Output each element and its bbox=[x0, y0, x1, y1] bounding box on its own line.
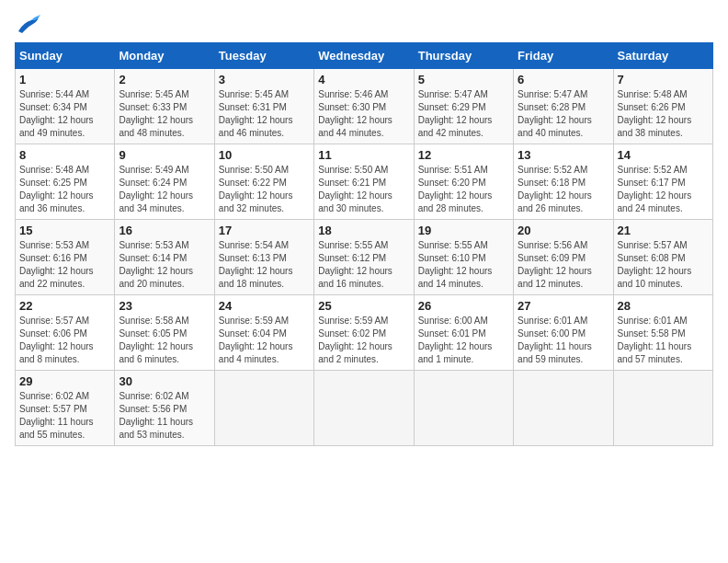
day-cell: 21Sunrise: 5:57 AMSunset: 6:08 PMDayligh… bbox=[613, 220, 712, 295]
day-number: 25 bbox=[318, 299, 409, 313]
day-number: 24 bbox=[219, 299, 310, 313]
day-number: 1 bbox=[19, 73, 110, 86]
day-info: Sunrise: 6:01 AMSunset: 5:58 PMDaylight:… bbox=[618, 316, 692, 364]
day-cell: 15Sunrise: 5:53 AMSunset: 6:16 PMDayligh… bbox=[16, 220, 115, 295]
day-info: Sunrise: 5:44 AMSunset: 6:34 PMDaylight:… bbox=[19, 89, 94, 138]
day-cell: 30Sunrise: 6:02 AMSunset: 5:56 PMDayligh… bbox=[115, 371, 214, 446]
header-cell-sunday: Sunday bbox=[16, 43, 115, 69]
day-info: Sunrise: 5:59 AMSunset: 6:02 PMDaylight:… bbox=[318, 316, 392, 364]
day-info: Sunrise: 5:51 AMSunset: 6:20 PMDaylight:… bbox=[418, 165, 493, 213]
week-row-3: 15Sunrise: 5:53 AMSunset: 6:16 PMDayligh… bbox=[16, 220, 713, 295]
calendar-body: 1Sunrise: 5:44 AMSunset: 6:34 PMDaylight… bbox=[16, 69, 713, 446]
day-info: Sunrise: 5:53 AMSunset: 6:14 PMDaylight:… bbox=[119, 240, 193, 289]
day-info: Sunrise: 5:48 AMSunset: 6:25 PMDaylight:… bbox=[19, 165, 94, 213]
day-number: 19 bbox=[418, 224, 509, 237]
day-info: Sunrise: 5:57 AMSunset: 6:08 PMDaylight:… bbox=[618, 240, 692, 289]
header-row: SundayMondayTuesdayWednesdayThursdayFrid… bbox=[16, 43, 713, 69]
header-cell-thursday: Thursday bbox=[414, 43, 513, 69]
day-cell: 26Sunrise: 6:00 AMSunset: 6:01 PMDayligh… bbox=[414, 295, 513, 371]
day-info: Sunrise: 5:47 AMSunset: 6:28 PMDaylight:… bbox=[518, 89, 592, 138]
header-cell-friday: Friday bbox=[514, 43, 613, 69]
day-info: Sunrise: 5:47 AMSunset: 6:29 PMDaylight:… bbox=[418, 89, 493, 138]
day-info: Sunrise: 5:45 AMSunset: 6:33 PMDaylight:… bbox=[119, 89, 193, 138]
day-cell: 9Sunrise: 5:49 AMSunset: 6:24 PMDaylight… bbox=[115, 144, 214, 220]
page-header bbox=[15, 15, 713, 35]
day-cell bbox=[314, 371, 414, 446]
day-cell: 13Sunrise: 5:52 AMSunset: 6:18 PMDayligh… bbox=[514, 144, 613, 220]
day-cell: 24Sunrise: 5:59 AMSunset: 6:04 PMDayligh… bbox=[214, 295, 313, 371]
day-info: Sunrise: 5:45 AMSunset: 6:31 PMDaylight:… bbox=[219, 89, 293, 138]
day-info: Sunrise: 5:52 AMSunset: 6:18 PMDaylight:… bbox=[518, 165, 592, 213]
day-info: Sunrise: 5:50 AMSunset: 6:21 PMDaylight:… bbox=[318, 165, 392, 213]
day-number: 16 bbox=[119, 224, 210, 237]
day-cell: 19Sunrise: 5:55 AMSunset: 6:10 PMDayligh… bbox=[414, 220, 513, 295]
day-number: 14 bbox=[618, 148, 709, 162]
day-number: 9 bbox=[119, 148, 210, 162]
day-cell: 12Sunrise: 5:51 AMSunset: 6:20 PMDayligh… bbox=[414, 144, 513, 220]
day-cell: 17Sunrise: 5:54 AMSunset: 6:13 PMDayligh… bbox=[214, 220, 313, 295]
day-info: Sunrise: 5:56 AMSunset: 6:09 PMDaylight:… bbox=[518, 240, 592, 289]
day-info: Sunrise: 6:02 AMSunset: 5:57 PMDaylight:… bbox=[19, 391, 94, 440]
day-cell bbox=[414, 371, 513, 446]
day-info: Sunrise: 5:46 AMSunset: 6:30 PMDaylight:… bbox=[318, 89, 392, 138]
header-cell-saturday: Saturday bbox=[613, 43, 712, 69]
day-cell: 22Sunrise: 5:57 AMSunset: 6:06 PMDayligh… bbox=[16, 295, 115, 371]
day-info: Sunrise: 5:58 AMSunset: 6:05 PMDaylight:… bbox=[119, 316, 193, 364]
day-cell: 29Sunrise: 6:02 AMSunset: 5:57 PMDayligh… bbox=[16, 371, 115, 446]
header-cell-wednesday: Wednesday bbox=[314, 43, 414, 69]
day-number: 13 bbox=[518, 148, 609, 162]
day-cell: 1Sunrise: 5:44 AMSunset: 6:34 PMDaylight… bbox=[16, 69, 115, 144]
day-number: 8 bbox=[19, 148, 110, 162]
day-info: Sunrise: 5:55 AMSunset: 6:10 PMDaylight:… bbox=[418, 240, 493, 289]
day-cell: 20Sunrise: 5:56 AMSunset: 6:09 PMDayligh… bbox=[514, 220, 613, 295]
day-cell: 7Sunrise: 5:48 AMSunset: 6:26 PMDaylight… bbox=[613, 69, 712, 144]
day-cell: 5Sunrise: 5:47 AMSunset: 6:29 PMDaylight… bbox=[414, 69, 513, 144]
week-row-5: 29Sunrise: 6:02 AMSunset: 5:57 PMDayligh… bbox=[16, 371, 713, 446]
day-info: Sunrise: 5:50 AMSunset: 6:22 PMDaylight:… bbox=[219, 165, 293, 213]
day-number: 23 bbox=[119, 299, 210, 313]
day-cell bbox=[514, 371, 613, 446]
day-number: 22 bbox=[19, 299, 110, 313]
day-info: Sunrise: 5:52 AMSunset: 6:17 PMDaylight:… bbox=[618, 165, 692, 213]
day-number: 4 bbox=[318, 73, 409, 86]
day-cell: 14Sunrise: 5:52 AMSunset: 6:17 PMDayligh… bbox=[613, 144, 712, 220]
day-number: 10 bbox=[219, 148, 310, 162]
day-number: 5 bbox=[418, 73, 509, 86]
day-number: 20 bbox=[518, 224, 609, 237]
day-info: Sunrise: 6:01 AMSunset: 6:00 PMDaylight:… bbox=[518, 316, 592, 364]
day-number: 26 bbox=[418, 299, 509, 313]
day-number: 21 bbox=[618, 224, 709, 237]
day-info: Sunrise: 5:53 AMSunset: 6:16 PMDaylight:… bbox=[19, 240, 94, 289]
day-info: Sunrise: 5:59 AMSunset: 6:04 PMDaylight:… bbox=[219, 316, 293, 364]
day-cell: 25Sunrise: 5:59 AMSunset: 6:02 PMDayligh… bbox=[314, 295, 414, 371]
week-row-2: 8Sunrise: 5:48 AMSunset: 6:25 PMDaylight… bbox=[16, 144, 713, 220]
day-cell bbox=[613, 371, 712, 446]
day-info: Sunrise: 6:00 AMSunset: 6:01 PMDaylight:… bbox=[418, 316, 493, 364]
day-cell: 4Sunrise: 5:46 AMSunset: 6:30 PMDaylight… bbox=[314, 69, 414, 144]
day-cell: 28Sunrise: 6:01 AMSunset: 5:58 PMDayligh… bbox=[613, 295, 712, 371]
day-number: 17 bbox=[219, 224, 310, 237]
day-info: Sunrise: 6:02 AMSunset: 5:56 PMDaylight:… bbox=[119, 391, 193, 440]
calendar-table: SundayMondayTuesdayWednesdayThursdayFrid… bbox=[15, 42, 713, 446]
day-number: 11 bbox=[318, 148, 409, 162]
logo bbox=[15, 15, 44, 35]
day-info: Sunrise: 5:57 AMSunset: 6:06 PMDaylight:… bbox=[19, 316, 94, 364]
week-row-4: 22Sunrise: 5:57 AMSunset: 6:06 PMDayligh… bbox=[16, 295, 713, 371]
day-info: Sunrise: 5:48 AMSunset: 6:26 PMDaylight:… bbox=[618, 89, 692, 138]
day-number: 7 bbox=[618, 73, 709, 86]
day-number: 27 bbox=[518, 299, 609, 313]
day-cell: 16Sunrise: 5:53 AMSunset: 6:14 PMDayligh… bbox=[115, 220, 214, 295]
day-cell: 3Sunrise: 5:45 AMSunset: 6:31 PMDaylight… bbox=[214, 69, 313, 144]
day-cell: 23Sunrise: 5:58 AMSunset: 6:05 PMDayligh… bbox=[115, 295, 214, 371]
day-info: Sunrise: 5:49 AMSunset: 6:24 PMDaylight:… bbox=[119, 165, 193, 213]
calendar-header: SundayMondayTuesdayWednesdayThursdayFrid… bbox=[16, 43, 713, 69]
day-number: 30 bbox=[119, 374, 210, 388]
logo-icon bbox=[15, 15, 40, 35]
week-row-1: 1Sunrise: 5:44 AMSunset: 6:34 PMDaylight… bbox=[16, 69, 713, 144]
day-cell: 27Sunrise: 6:01 AMSunset: 6:00 PMDayligh… bbox=[514, 295, 613, 371]
day-cell: 6Sunrise: 5:47 AMSunset: 6:28 PMDaylight… bbox=[514, 69, 613, 144]
day-cell bbox=[214, 371, 313, 446]
day-info: Sunrise: 5:54 AMSunset: 6:13 PMDaylight:… bbox=[219, 240, 293, 289]
day-number: 12 bbox=[418, 148, 509, 162]
day-number: 6 bbox=[518, 73, 609, 86]
